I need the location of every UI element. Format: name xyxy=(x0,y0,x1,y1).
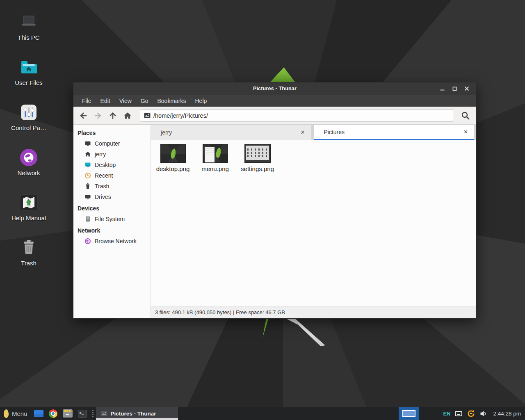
network-globe-icon xyxy=(84,238,91,244)
keyboard-icon[interactable] xyxy=(455,411,462,416)
sidebar-item-file-system[interactable]: File System xyxy=(73,214,151,224)
minimize-icon xyxy=(440,87,445,91)
path-text: /home/jerry/Pictures/ xyxy=(153,112,208,119)
search-icon xyxy=(461,111,470,121)
tab-pictures[interactable]: Pictures ✕ xyxy=(314,125,475,140)
computer-icon xyxy=(84,140,91,147)
back-arrow-icon xyxy=(79,111,88,120)
desktop-icon-trash[interactable]: Trash xyxy=(6,238,52,267)
maximize-button[interactable] xyxy=(448,82,461,95)
trash-icon xyxy=(84,183,91,189)
desktop-icon-label: This PC xyxy=(6,34,52,41)
sidebar-item-computer[interactable]: Computer xyxy=(73,138,151,149)
file-view[interactable]: desktop.png menu.png xyxy=(151,140,476,306)
file-manager-launcher-icon[interactable] xyxy=(34,410,43,417)
tab-close-button[interactable]: ✕ xyxy=(457,129,474,135)
path-bar[interactable]: /home/jerry/Pictures/ xyxy=(140,110,454,122)
window-title: Pictures - Thunar xyxy=(73,86,476,91)
settings-png-thumbnail xyxy=(244,144,271,163)
pc-icon xyxy=(19,12,39,32)
maximize-icon xyxy=(452,87,457,91)
menu-button[interactable]: Menu xyxy=(0,407,32,420)
sidebar-item-label: Drives xyxy=(95,194,111,200)
menu-file[interactable]: File xyxy=(78,95,96,107)
desktop-icon-label: User Files xyxy=(6,79,52,86)
forward-button[interactable] xyxy=(91,109,105,122)
menu-edit[interactable]: Edit xyxy=(96,95,115,107)
image-file-icon xyxy=(144,113,151,118)
desktop-monitor-icon xyxy=(84,162,91,168)
keyboard-layout-indicator[interactable]: EN xyxy=(443,411,450,417)
hard-drive-icon xyxy=(84,216,91,222)
file-name: settings.png xyxy=(241,165,274,172)
task-window-icon xyxy=(101,411,107,416)
sidebar-item-desktop[interactable]: Desktop xyxy=(73,160,151,170)
file-desktop-png[interactable]: desktop.png xyxy=(152,143,194,172)
search-button[interactable] xyxy=(458,109,473,123)
trash-can-icon xyxy=(19,238,39,258)
menu-go[interactable]: Go xyxy=(136,95,153,107)
window-titlebar[interactable]: Pictures - Thunar xyxy=(73,82,476,95)
close-button[interactable] xyxy=(461,82,473,95)
sidebar-header-places: Places xyxy=(73,127,151,138)
tab-jerry[interactable]: jerry ✕ xyxy=(151,125,311,140)
desktop-icon-user-files[interactable]: User Files xyxy=(6,57,52,86)
update-manager-icon[interactable] xyxy=(467,409,475,418)
desktop-icon-label: Network xyxy=(6,169,52,176)
archive-launcher-icon[interactable] xyxy=(63,409,73,418)
sidebar-item-trash[interactable]: Trash xyxy=(73,181,151,192)
sidebar-header-network: Network xyxy=(73,224,151,236)
sidebar-item-label: jerry xyxy=(95,151,106,158)
up-button[interactable] xyxy=(106,109,119,122)
workspace-window-preview xyxy=(402,410,415,417)
menu-help[interactable]: Help xyxy=(191,95,212,107)
minimize-button[interactable] xyxy=(436,82,448,95)
tab-close-button[interactable]: ✕ xyxy=(294,129,311,135)
sidebar-item-recent[interactable]: Recent xyxy=(73,170,151,181)
settings-sliders-icon xyxy=(19,103,39,122)
tab-bar: jerry ✕ Pictures ✕ xyxy=(151,125,476,140)
file-settings-png[interactable]: settings.png xyxy=(236,143,278,172)
menu-png-thumbnail xyxy=(203,144,228,163)
up-arrow-icon xyxy=(108,111,117,120)
globe-icon xyxy=(19,148,39,167)
volume-icon[interactable] xyxy=(480,411,487,417)
menu-bookmarks[interactable]: Bookmarks xyxy=(153,95,190,107)
sidebar-item-label: File System xyxy=(95,216,125,222)
chrome-launcher-icon[interactable] xyxy=(49,409,57,418)
workspace-switcher[interactable] xyxy=(399,407,419,420)
sidebar-item-label: Computer xyxy=(95,140,120,147)
desktop-icon-label: Trash xyxy=(6,260,52,267)
back-button[interactable] xyxy=(77,109,90,122)
drives-icon xyxy=(84,194,91,200)
wallpaper-mint-leaf-top xyxy=(270,67,295,82)
status-bar: 3 files: 490.1 kB (490,050 bytes) | Free… xyxy=(151,306,476,318)
toolbar: /home/jerry/Pictures/ xyxy=(73,107,476,125)
task-button-label: Pictures - Thunar xyxy=(111,411,156,417)
desktop-icon-this-pc[interactable]: This PC xyxy=(6,12,52,41)
desktop-icon-network[interactable]: Network xyxy=(6,148,52,176)
thunar-window: Pictures - Thunar File Edit View Go Book… xyxy=(73,82,477,319)
desktop-icon-control-panel[interactable]: Control Pa… xyxy=(6,103,52,131)
manual-map-icon xyxy=(19,193,39,212)
sidebar-item-drives[interactable]: Drives xyxy=(73,192,151,202)
sidebar-header-devices: Devices xyxy=(73,202,151,214)
home-icon xyxy=(84,151,91,158)
status-text: 3 files: 490.1 kB (490,050 bytes) | Free… xyxy=(155,309,285,315)
tab-label: Pictures xyxy=(314,129,345,135)
task-button-thunar[interactable]: Pictures - Thunar xyxy=(96,407,178,420)
mint-menu-icon xyxy=(3,409,9,418)
recent-clock-icon xyxy=(84,172,91,179)
desktop-icon-help-manual[interactable]: Help Manual xyxy=(6,193,52,221)
terminal-launcher-icon[interactable]: >_ xyxy=(78,410,87,418)
sidebar-item-label: Desktop xyxy=(95,162,116,168)
file-menu-png[interactable]: menu.png xyxy=(194,143,236,172)
sidebar-item-label: Browse Network xyxy=(95,238,137,244)
clock[interactable]: 2:44:28 pm xyxy=(491,411,525,417)
sidebar-item-browse-network[interactable]: Browse Network xyxy=(73,236,151,247)
forward-arrow-icon xyxy=(94,111,103,120)
sidebar-item-jerry-home[interactable]: jerry xyxy=(73,149,151,160)
menu-view[interactable]: View xyxy=(115,95,136,107)
home-button[interactable] xyxy=(121,109,134,122)
menubar: File Edit View Go Bookmarks Help xyxy=(73,95,476,107)
